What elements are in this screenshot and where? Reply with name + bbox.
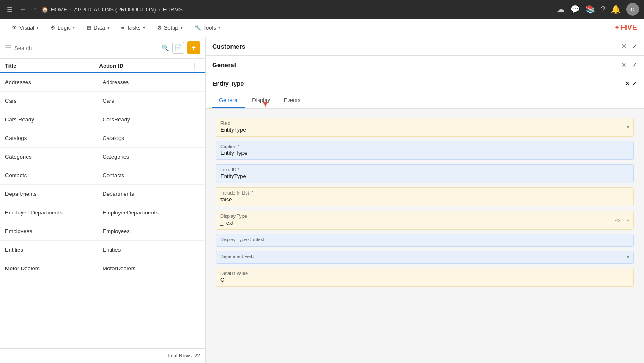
- visual-arrow: ▾: [36, 25, 38, 30]
- tab-display[interactable]: Display ▲: [245, 93, 277, 108]
- display-type-label: Display Type *: [220, 214, 629, 219]
- code-icon[interactable]: <>: [615, 217, 621, 223]
- general-panel: General ✕ ✓: [206, 56, 644, 74]
- main-content: ☰ 🔍 📄 + Title Action ID | Addresses Addr…: [0, 37, 644, 363]
- general-title: General: [212, 61, 621, 69]
- customers-check-icon[interactable]: ✓: [632, 42, 637, 50]
- field-field[interactable]: Field EntityType ▾: [216, 118, 634, 137]
- nav-btn-logic[interactable]: ⚙ Logic ▾: [45, 22, 80, 33]
- breadcrumb: 🏠 HOME › APPLICATIONS (PRODUCTION) › FOR…: [41, 6, 183, 13]
- col-action-header: Action ID: [99, 63, 194, 69]
- entity-type-check-icon[interactable]: ✓: [632, 80, 637, 87]
- table-header: Title Action ID |: [0, 59, 205, 73]
- dropdown-icon: ▾: [627, 124, 629, 130]
- logic-icon: ⚙: [50, 25, 55, 31]
- setup-label: Setup: [164, 25, 178, 31]
- table-row[interactable]: Cars Cars: [0, 92, 205, 110]
- breadcrumb-sep2: ›: [159, 6, 160, 13]
- help-icon[interactable]: ?: [601, 5, 605, 14]
- tasks-label: Tasks: [126, 25, 140, 31]
- include-in-list-value: false: [220, 196, 629, 203]
- five-logo: ✦ FIVE: [614, 23, 637, 32]
- table-row[interactable]: Employee Departments EmployeeDepartments: [0, 204, 205, 222]
- nav-btn-tasks[interactable]: ≡ Tasks ▾: [116, 22, 150, 33]
- tab-general[interactable]: General: [212, 93, 245, 108]
- table-row[interactable]: Motor Dealers MotorDealers: [0, 259, 205, 278]
- table-row[interactable]: Employees Employees: [0, 222, 205, 241]
- form-area: Field EntityType ▾ Caption * Entity Type…: [206, 109, 644, 295]
- entity-type-section: Entity Type ✕ ✓ General Display ▲ Events: [206, 74, 644, 109]
- visual-icon: 👁: [12, 25, 17, 31]
- setup-arrow: ▾: [181, 25, 183, 30]
- breadcrumb-home[interactable]: HOME: [51, 6, 67, 13]
- entity-tabs: General Display ▲ Events: [206, 93, 644, 109]
- bell-icon[interactable]: 🔔: [611, 5, 620, 14]
- doc-icon: 📄: [175, 44, 182, 51]
- table-row[interactable]: Entities Entities: [0, 241, 205, 259]
- table-body: Addresses Addresses Cars Cars Cars Ready…: [0, 73, 205, 348]
- display-type-context-label: Display Type Context: [220, 237, 629, 242]
- default-value-label: Default Value: [220, 271, 629, 276]
- sidebar-search-bar: ☰ 🔍 📄 +: [0, 37, 205, 59]
- nav-btn-tools[interactable]: 🔧 Tools ▾: [189, 22, 225, 33]
- default-value-field[interactable]: Default Value C: [216, 268, 634, 287]
- search-input[interactable]: [14, 45, 158, 51]
- default-value-value: C: [220, 277, 629, 283]
- col-drag-header: |: [193, 62, 200, 69]
- display-type-field[interactable]: Display Type * _Text <> ▾: [216, 211, 634, 230]
- table-row[interactable]: Categories Categories: [0, 148, 205, 166]
- table-row[interactable]: Addresses Addresses: [0, 73, 205, 92]
- customers-panel: Customers ✕ ✓: [206, 37, 644, 56]
- table-row[interactable]: Contacts Contacts: [0, 166, 205, 185]
- data-arrow: ▾: [107, 25, 110, 30]
- book-icon[interactable]: 📚: [586, 5, 595, 14]
- include-in-list-field[interactable]: Include In List If false: [216, 187, 634, 206]
- add-button[interactable]: +: [187, 41, 200, 54]
- general-close-icon[interactable]: ✕: [621, 61, 627, 69]
- field-label: Field: [220, 121, 629, 126]
- nav-btn-setup[interactable]: ⚙ Setup ▾: [152, 22, 188, 33]
- tasks-icon: ≡: [121, 25, 125, 31]
- up-icon[interactable]: ↑: [31, 4, 38, 15]
- right-panel: Customers ✕ ✓ General ✕ ✓ Entity Type: [206, 37, 644, 363]
- table-row[interactable]: Catalogs Catalogs: [0, 129, 205, 148]
- search-icon[interactable]: 🔍: [162, 44, 169, 51]
- breadcrumb-app[interactable]: APPLICATIONS (PRODUCTION): [74, 6, 156, 13]
- sidebar-footer: Total Rows: 22: [0, 348, 205, 363]
- caption-label: Caption *: [220, 144, 629, 149]
- second-nav: 👁 Visual ▾ ⚙ Logic ▾ ⊞ Data ▾ ≡ Tasks ▾ …: [0, 19, 644, 37]
- chat-icon[interactable]: 💬: [570, 5, 580, 14]
- avatar[interactable]: C: [626, 3, 639, 16]
- entity-type-header: Entity Type ✕ ✓: [206, 74, 644, 93]
- home-icon[interactable]: 🏠: [41, 6, 48, 13]
- display-type-dropdown-icon: ▾: [627, 217, 629, 223]
- back-icon[interactable]: ←: [18, 4, 28, 15]
- table-row[interactable]: Departments Departments: [0, 185, 205, 204]
- field-id-field[interactable]: Field ID * EntityType: [216, 164, 634, 183]
- dependent-field-dropdown-icon: ▾: [627, 254, 629, 260]
- display-type-context-field[interactable]: Display Type Context: [216, 234, 634, 247]
- cloud-icon[interactable]: ☁: [557, 5, 565, 14]
- dependent-field-field[interactable]: Dependent Field ▾: [216, 251, 634, 264]
- table-row[interactable]: Cars Ready CarsReady: [0, 110, 205, 129]
- general-check-icon[interactable]: ✓: [632, 61, 637, 69]
- caption-field[interactable]: Caption * Entity Type: [216, 141, 634, 160]
- breadcrumb-forms[interactable]: FORMS: [163, 6, 183, 13]
- data-icon: ⊞: [87, 25, 91, 31]
- nav-btn-visual[interactable]: 👁 Visual ▾: [7, 22, 44, 33]
- sidebar: ☰ 🔍 📄 + Title Action ID | Addresses Addr…: [0, 37, 206, 363]
- tools-label: Tools: [203, 25, 216, 31]
- doc-button[interactable]: 📄: [172, 42, 184, 54]
- tab-events[interactable]: Events: [277, 93, 307, 108]
- menu-icon[interactable]: ☰: [5, 4, 14, 15]
- sidebar-menu-icon[interactable]: ☰: [5, 44, 11, 52]
- customers-close-icon[interactable]: ✕: [621, 42, 627, 50]
- caption-value: Entity Type: [220, 150, 629, 156]
- logo-star: ✦: [614, 24, 619, 32]
- right-icons: ☁ 💬 📚 ? 🔔 C: [557, 3, 639, 16]
- general-header: General ✕ ✓: [206, 56, 644, 74]
- entity-type-close-icon[interactable]: ✕: [625, 80, 630, 87]
- nav-btn-data[interactable]: ⊞ Data ▾: [82, 22, 114, 33]
- breadcrumb-sep1: ›: [70, 6, 71, 13]
- logic-label: Logic: [58, 25, 71, 31]
